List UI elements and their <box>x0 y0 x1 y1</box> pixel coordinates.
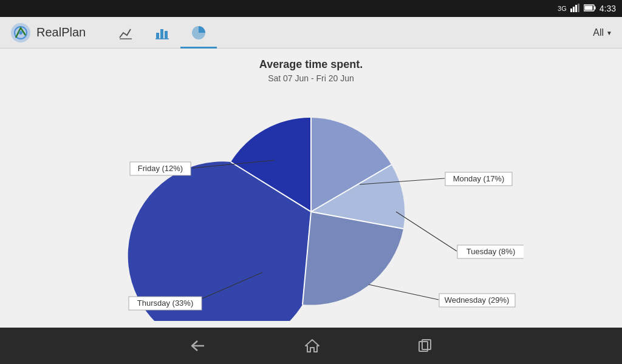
status-bar: 3G 4:33 <box>0 0 622 17</box>
chart-area: Monday (17%) Tuesday (8%) Wednesday (29%… <box>0 83 622 328</box>
svg-point-9 <box>19 31 22 35</box>
svg-line-24 <box>369 285 439 300</box>
back-arrow-icon <box>189 339 207 353</box>
app-logo-icon <box>10 22 32 44</box>
signal-icon <box>570 4 580 14</box>
monday-label: Monday (17%) <box>453 174 505 183</box>
svg-rect-3 <box>578 4 579 12</box>
bottom-nav <box>0 328 622 364</box>
top-nav: RealPlan All ▼ <box>0 17 622 49</box>
filter-all-button[interactable]: All ▼ <box>583 17 622 49</box>
battery-icon <box>584 4 596 13</box>
bar-chart-icon <box>154 24 171 41</box>
home-icon <box>304 338 320 354</box>
time-display: 4:33 <box>600 4 616 13</box>
friday-label: Friday (12%) <box>138 164 183 173</box>
svg-rect-5 <box>594 6 595 9</box>
pie-chart-icon <box>190 24 207 41</box>
svg-rect-1 <box>573 7 575 12</box>
home-button[interactable] <box>304 338 320 354</box>
svg-rect-0 <box>570 8 572 12</box>
tab-pie-chart[interactable] <box>180 17 217 49</box>
svg-rect-6 <box>584 5 592 10</box>
svg-rect-13 <box>165 31 168 39</box>
tab-bar-chart[interactable] <box>144 17 180 49</box>
dropdown-arrow-icon: ▼ <box>606 30 612 36</box>
chart-title: Average time spent. <box>259 58 363 71</box>
chart-subtitle: Sat 07 Jun - Fri 20 Jun <box>268 73 354 83</box>
wednesday-label: Wednesday (29%) <box>445 295 510 305</box>
pie-chart-svg: Monday (17%) Tuesday (8%) Wednesday (29%… <box>98 90 524 321</box>
tuesday-label: Tuesday (8%) <box>466 247 515 256</box>
recent-apps-icon <box>417 338 433 354</box>
tab-line-chart[interactable] <box>108 17 144 49</box>
back-button[interactable] <box>189 339 207 353</box>
app-logo: RealPlan <box>0 22 95 44</box>
svg-rect-12 <box>160 29 163 39</box>
thursday-label: Thursday (33%) <box>137 298 193 308</box>
nav-tabs <box>108 17 217 48</box>
app-title: RealPlan <box>36 25 86 39</box>
svg-rect-11 <box>156 33 159 39</box>
main-content: Average time spent. Sat 07 Jun - Fri 20 … <box>0 49 622 328</box>
svg-line-22 <box>396 212 457 251</box>
svg-rect-2 <box>575 5 577 12</box>
svg-marker-31 <box>306 340 319 352</box>
network-icon: 3G <box>558 5 567 12</box>
line-chart-icon <box>117 24 134 41</box>
recent-apps-button[interactable] <box>417 338 433 354</box>
